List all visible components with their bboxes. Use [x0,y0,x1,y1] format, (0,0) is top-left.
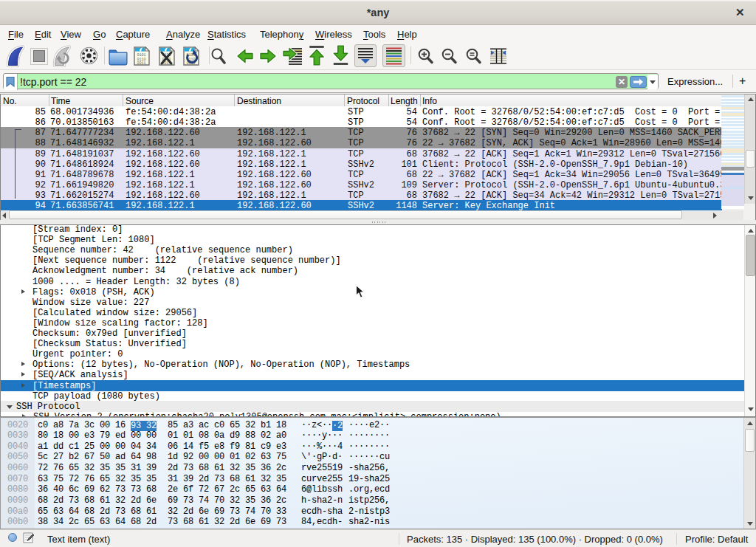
svg-text:0011: 0011 [137,61,146,66]
